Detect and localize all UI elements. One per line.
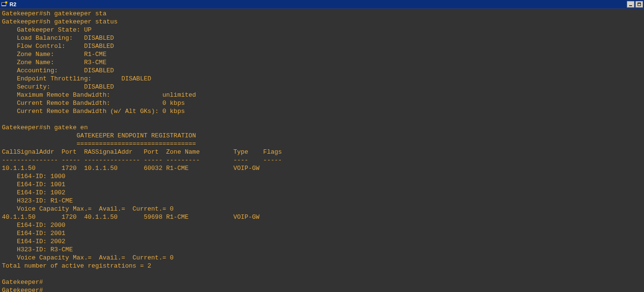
terminal-line: Zone Name: R3-CME [2, 58, 642, 67]
maximize-button[interactable] [635, 1, 643, 8]
terminal-line: H323-ID: R1-CME [2, 197, 642, 205]
terminal-line: Voice Capacity Max.= Avail.= Current.= 0 [2, 254, 642, 262]
window-controls [627, 1, 643, 8]
terminal-line: Accounting: DISABLED [2, 67, 642, 75]
terminal-line: Voice Capacity Max.= Avail.= Current.= 0 [2, 205, 642, 213]
terminal-line: Total number of active registrations = 2 [2, 262, 642, 270]
minimize-button[interactable] [627, 1, 634, 8]
terminal-line: E164-ID: 1001 [2, 180, 642, 189]
terminal-line: Security: DISABLED [2, 83, 642, 91]
terminal-line: Gatekeeper State: UP [2, 26, 642, 34]
terminal-line: CallSignalAddr Port RASSignalAddr Port Z… [2, 148, 642, 156]
terminal-line [2, 270, 642, 278]
svg-rect-3 [629, 5, 632, 6]
svg-rect-2 [5, 1, 7, 3]
titlebar-left: R2 [1, 1, 16, 8]
terminal-line: Load Balancing: DISABLED [2, 34, 642, 42]
terminal-line: Current Remote Bandwidth: 0 kbps [2, 99, 642, 107]
terminal-line: E164-ID: 2002 [2, 237, 642, 246]
window-title: R2 [10, 1, 16, 7]
putty-icon [1, 1, 8, 8]
terminal-line: Current Remote Bandwidth (w/ Alt GKs): 0… [2, 107, 642, 115]
terminal-line: Endpoint Throttling: DISABLED [2, 75, 642, 83]
terminal-line: GATEKEEPER ENDPOINT REGISTRATION [2, 132, 642, 140]
titlebar: R2 [0, 0, 644, 9]
terminal-line [2, 115, 642, 124]
terminal-line: Zone Name: R1-CME [2, 50, 642, 58]
terminal-line: H323-ID: R3-CME [2, 246, 642, 254]
terminal-line: E164-ID: 1002 [2, 189, 642, 197]
terminal-line: E164-ID: 2001 [2, 229, 642, 237]
terminal-line: Maximum Remote Bandwidth: unlimited [2, 91, 642, 99]
terminal-line: --------------- ----- --------------- --… [2, 156, 642, 164]
terminal-line: E164-ID: 2000 [2, 221, 642, 229]
terminal-line: 10.1.1.50 1720 10.1.1.50 60032 R1-CME VO… [2, 164, 642, 172]
terminal-line: Gatekeeper# [2, 286, 642, 292]
terminal-line: Gatekeeper#sh gatekeeper sta [2, 10, 642, 18]
terminal-output[interactable]: Gatekeeper#sh gatekeeper staGatekeeper#s… [0, 9, 644, 292]
terminal-line: E164-ID: 1000 [2, 172, 642, 180]
terminal-line: 40.1.1.50 1720 40.1.1.50 59698 R1-CME VO… [2, 213, 642, 221]
svg-rect-5 [638, 3, 641, 4]
terminal-line: Flow Control: DISABLED [2, 42, 642, 50]
terminal-line: Gatekeeper# [2, 278, 642, 286]
terminal-line: ================================ [2, 140, 642, 148]
terminal-line: Gatekeeper#sh gatekeeper status [2, 18, 642, 26]
terminal-line: Gatekeeper#sh gateke en [2, 124, 642, 132]
